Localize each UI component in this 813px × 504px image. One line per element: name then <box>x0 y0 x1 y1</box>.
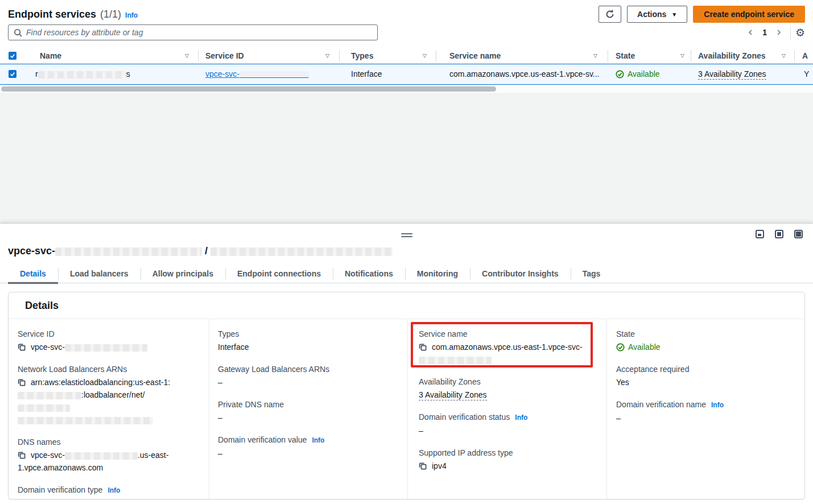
panel-title: vpce-svc- / <box>8 245 393 257</box>
page-number-button[interactable]: 1 <box>757 28 772 37</box>
refresh-icon <box>605 10 614 19</box>
cell-state: Available <box>616 64 660 84</box>
scrollbar-thumb[interactable] <box>1 86 496 92</box>
filter-caret-icon[interactable]: ▽ <box>782 48 786 64</box>
tabs-divider <box>0 283 813 283</box>
column-header-name[interactable]: Name <box>40 48 61 64</box>
settings-button[interactable]: ⚙ <box>795 27 805 38</box>
service-id-link[interactable]: vpce-svc- <box>205 69 309 79</box>
redacted-text <box>419 357 492 364</box>
filter-caret-icon[interactable]: ▽ <box>325 48 329 64</box>
copy-icon[interactable] <box>18 451 26 459</box>
cell-types: Interface <box>351 64 382 84</box>
check-icon <box>10 53 15 59</box>
info-link[interactable]: Info <box>515 412 527 423</box>
horizontal-scrollbar <box>0 85 813 93</box>
field-service-id: Service ID vpce-svc- <box>18 328 201 353</box>
check-icon <box>10 71 15 77</box>
info-link[interactable]: Info <box>312 435 324 446</box>
info-link[interactable]: Info <box>711 399 724 411</box>
column-divider <box>608 50 608 61</box>
resource-counter: (1/1) <box>100 9 121 20</box>
copy-icon[interactable] <box>419 343 427 351</box>
redacted-text <box>55 247 202 256</box>
filter-caret-icon[interactable]: ▽ <box>185 48 189 64</box>
field-private-dns-name: Private DNS name – <box>218 399 399 424</box>
info-link[interactable]: Info <box>108 485 120 496</box>
tab-details[interactable]: Details <box>8 265 58 283</box>
pagination: 1 ⚙ <box>744 24 805 40</box>
redacted-text <box>211 247 393 256</box>
column-header-service-name[interactable]: Service name <box>449 48 501 64</box>
actions-button[interactable]: Actions ▼ <box>627 6 687 23</box>
actions-button-label: Actions <box>637 10 666 19</box>
pagination-divider <box>790 26 791 39</box>
redacted-text <box>65 344 147 352</box>
split-panel-drag-handle[interactable] <box>401 233 412 237</box>
field-glb-arns: Gateway Load Balancers ARNs – <box>218 363 399 389</box>
copy-icon[interactable] <box>18 343 26 351</box>
column-header-clipped[interactable]: A <box>802 48 808 64</box>
redacted-text <box>18 404 70 412</box>
table-row[interactable]: rs vpce-svc- Interface com.amazonaws.vpc… <box>0 64 813 85</box>
status-available-icon <box>616 343 625 352</box>
field-domain-verification-status: Domain verification statusInfo – <box>419 411 599 437</box>
column-header-types[interactable]: Types <box>351 48 373 64</box>
panel-tabs: Details Load balancers Allow principals … <box>8 265 612 283</box>
details-column-2: Types Interface Gateway Load Balancers A… <box>209 319 408 499</box>
tab-allow-principals[interactable]: Allow principals <box>141 265 225 283</box>
tab-endpoint-connections[interactable]: Endpoint connections <box>225 265 333 283</box>
field-domain-verification-name: Domain verification nameInfo – <box>616 399 797 424</box>
table-header: Name ▽ Service ID ▽ Types ▽ Service name… <box>0 48 813 64</box>
next-page-button[interactable] <box>772 26 786 39</box>
search-box <box>8 24 378 40</box>
tab-load-balancers[interactable]: Load balancers <box>58 265 141 283</box>
tab-monitoring[interactable]: Monitoring <box>405 265 470 283</box>
tab-notifications[interactable]: Notifications <box>333 265 405 283</box>
redacted-text <box>18 392 81 399</box>
caret-down-icon: ▼ <box>671 11 677 18</box>
column-header-service-id[interactable]: Service ID <box>205 48 244 64</box>
refresh-button[interactable] <box>599 6 621 23</box>
panel-size-medium-icon[interactable] <box>775 230 783 238</box>
field-nlb-arns: Network Load Balancers ARNs arn:aws:elas… <box>18 363 201 426</box>
chevron-left-icon <box>747 29 754 36</box>
select-all-checkbox[interactable] <box>9 52 16 60</box>
header-actions: Actions ▼ Create endpoint service <box>599 6 805 23</box>
create-endpoint-service-button[interactable]: Create endpoint service <box>693 6 805 23</box>
redacted-text <box>65 452 138 460</box>
availability-zones-link[interactable]: 3 Availability Zones <box>698 69 766 80</box>
cell-availability-zones: 3 Availability Zones <box>698 64 766 84</box>
panel-size-small-icon[interactable] <box>756 230 764 238</box>
details-card: Details Service ID vpce-svc- Network Loa… <box>8 292 805 499</box>
redacted-text <box>18 417 153 424</box>
column-header-state[interactable]: State <box>616 48 635 64</box>
copy-icon[interactable] <box>18 378 26 386</box>
search-input[interactable] <box>26 28 372 37</box>
redacted-text <box>240 71 309 78</box>
content-background <box>0 93 813 223</box>
availability-zones-link[interactable]: 3 Availability Zones <box>419 390 487 400</box>
chevron-right-icon <box>775 29 782 36</box>
header-info-link[interactable]: Info <box>125 11 138 19</box>
copy-icon[interactable] <box>419 462 427 470</box>
filter-caret-icon[interactable]: ▽ <box>680 48 684 64</box>
filter-caret-icon[interactable]: ▽ <box>423 48 427 64</box>
row-checkbox[interactable] <box>9 70 16 78</box>
status-available-icon <box>616 70 624 79</box>
cell-acceptance-clipped: Y <box>804 64 809 84</box>
redacted-text <box>38 71 126 79</box>
gear-icon: ⚙ <box>795 26 805 39</box>
column-divider <box>339 50 340 61</box>
column-divider <box>794 50 795 61</box>
previous-page-button[interactable] <box>744 26 757 39</box>
column-header-availability-zones[interactable]: Availability Zones <box>698 48 766 64</box>
field-dns-names: DNS names vpce-svc-.us-east-1.vpce.amazo… <box>18 436 201 474</box>
panel-size-large-icon[interactable] <box>794 230 803 238</box>
field-availability-zones: Availability Zones 3 Availability Zones <box>419 376 599 401</box>
column-divider <box>436 50 436 61</box>
details-column-4: State Available Acceptance required <box>607 319 804 499</box>
tab-contributor-insights[interactable]: Contributor Insights <box>470 265 571 283</box>
tab-tags[interactable]: Tags <box>571 265 613 283</box>
filter-caret-icon[interactable]: ▽ <box>593 48 597 64</box>
